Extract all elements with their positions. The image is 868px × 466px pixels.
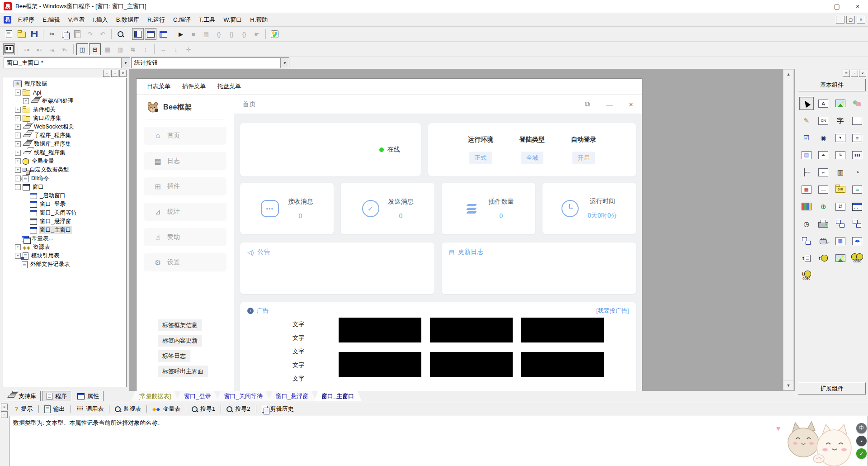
run-special-button[interactable] <box>269 28 280 40</box>
output-tab-监视表[interactable]: 监视表 <box>110 404 146 414</box>
find-button[interactable] <box>114 28 126 40</box>
tree-item-[interactable]: +自定义数据类型 <box>3 166 126 174</box>
left-tab-程序[interactable]: 程序 <box>42 391 71 401</box>
ad-banner-placeholder[interactable] <box>339 352 421 377</box>
menu-item-C[interactable]: C.编译 <box>169 13 195 26</box>
form-menu-日志菜单[interactable]: 日志菜单 <box>141 82 176 90</box>
tree-expander-icon[interactable]: + <box>23 98 29 104</box>
nav-item-首页[interactable]: ⌂首页 <box>144 127 226 145</box>
tree-item-Api[interactable]: −Api <box>3 88 126 97</box>
tree-item-Dll[interactable]: +Dll命令 <box>3 174 126 183</box>
timer-icon[interactable]: ◷ <box>799 217 814 230</box>
output-tab-剪辑历史[interactable]: 剪辑历史 <box>257 404 298 414</box>
window-selector[interactable]: 窗口_主窗口 * ▼ <box>4 57 130 68</box>
mdi-minimize-button[interactable]: _ <box>836 16 844 24</box>
tree-expander-icon[interactable]: + <box>15 115 21 121</box>
components-panel-control-0[interactable]: ≡ <box>843 70 850 77</box>
cut-button[interactable]: ✂ <box>46 28 58 40</box>
output-tab-输出[interactable]: 输出 <box>40 404 70 414</box>
drive-box-icon[interactable]: DIR <box>833 183 848 196</box>
ad-submit-link[interactable]: [我要投广告] <box>596 307 629 315</box>
server-socket-icon[interactable]: ↳ <box>850 217 864 230</box>
output-tab-提示[interactable]: ?提示 <box>10 404 38 414</box>
left-tab-支持库[interactable]: 支持库 <box>3 391 41 401</box>
components-panel-control-1[interactable]: ▫ <box>851 70 858 77</box>
menu-item-I[interactable]: I.插入 <box>89 13 112 26</box>
list-view-icon[interactable]: ▤ <box>799 148 814 162</box>
color-palette-icon[interactable] <box>799 200 814 213</box>
tree-expander-icon[interactable]: + <box>15 133 21 138</box>
tree-expander-icon[interactable]: − <box>15 90 21 95</box>
tree-item-WebSocket[interactable]: +WebSocket相关 <box>3 123 126 131</box>
pointer-tool-icon[interactable] <box>799 97 814 110</box>
tree-item-_[interactable]: 窗口_悬浮窗 <box>3 217 126 226</box>
tree-item-[interactable]: 外部文件记录表 <box>3 260 126 269</box>
network-link-icon[interactable]: ↳ <box>799 234 814 247</box>
designed-form[interactable]: 日志菜单插件菜单托盘菜单 Be <box>137 79 642 391</box>
menu-item-H[interactable]: H.帮助 <box>246 13 272 26</box>
nav-item-插件[interactable]: ⊞插件 <box>144 177 226 195</box>
tree-item-_[interactable]: 窗口_主窗口 <box>3 226 126 234</box>
minimize-icon[interactable]: — <box>606 100 613 108</box>
combo-box-icon[interactable]: ▼ <box>833 131 848 144</box>
tree-item-_[interactable]: 窗口_关闭等待 <box>3 209 126 217</box>
center-vertical-button[interactable]: ⊟ <box>89 43 101 55</box>
image-box-icon[interactable] <box>833 252 848 265</box>
form-menu-托盘菜单[interactable]: 托盘菜单 <box>212 82 247 90</box>
odbc-query-icon[interactable]: ODBC <box>850 252 864 265</box>
window-tab-[interactable]: [常量数据表] <box>131 391 179 401</box>
close-button[interactable]: × <box>847 0 868 13</box>
status-button[interactable]: ✓ <box>856 448 867 459</box>
output-tab-调用表[interactable]: ⠿⠿调用表 <box>72 404 108 414</box>
menu-item-W[interactable]: W.窗口 <box>219 13 246 26</box>
scroll-down-icon[interactable]: ▼ <box>783 380 793 390</box>
tree-expander-icon[interactable]: + <box>15 150 21 156</box>
slider-bar-icon[interactable]: ◂▸ <box>816 148 830 162</box>
panel-control-0[interactable]: ▫ <box>103 70 110 77</box>
toggle-left-panel-button[interactable] <box>132 28 144 40</box>
output-panel-control-1[interactable]: ▫ <box>1 411 8 418</box>
tree-item-[interactable]: +插件相关 <box>3 105 126 114</box>
output-tab-搜寻1[interactable]: 搜寻1 <box>187 404 220 414</box>
basic-components-header[interactable]: 基本组件 <box>798 79 866 91</box>
window-tab-_[interactable]: 窗口_主窗口 <box>314 391 362 401</box>
form-grid-button[interactable] <box>3 43 15 55</box>
designer-scrollbar[interactable]: ▲ ▼ <box>783 69 794 390</box>
copy-button[interactable] <box>59 28 71 40</box>
designer-label[interactable]: 标签框架信息 <box>158 319 202 331</box>
rich-edit-icon[interactable]: ≣ <box>850 183 864 196</box>
data-grid-icon[interactable]: ▦ <box>833 234 848 247</box>
center-horizontal-button[interactable]: ◫ <box>76 43 88 55</box>
card-box-icon[interactable]: — <box>816 183 830 196</box>
toggle-bottom-panel-button[interactable] <box>145 28 156 40</box>
tree-expander-icon[interactable]: + <box>15 141 21 147</box>
picture-box-icon[interactable] <box>833 97 848 110</box>
menu-item-E[interactable]: E.编辑 <box>38 13 64 26</box>
static-text-icon[interactable]: 字 <box>833 114 848 127</box>
menu-item-F[interactable]: F.程序 <box>14 13 38 26</box>
window-shell-icon[interactable] <box>850 200 864 213</box>
left-tab-属性[interactable]: 属性 <box>73 391 104 401</box>
ruler-component-icon[interactable]: ┠┄ <box>799 166 814 179</box>
panel-control-1[interactable]: ▫ <box>111 70 118 77</box>
scroll-up-icon[interactable]: ▲ <box>783 70 793 79</box>
menu-item-R[interactable]: R.运行 <box>143 13 169 26</box>
tree-expander-icon[interactable]: + <box>15 244 21 250</box>
mdi-maximize-button[interactable]: ▢ <box>846 16 855 24</box>
tree-item-[interactable]: +模块引用表 <box>3 252 126 260</box>
animation-box-icon[interactable]: ▥ <box>833 166 848 179</box>
nav-item-赞助[interactable]: ☝赞助 <box>144 228 226 246</box>
form-menu-插件菜单[interactable]: 插件菜单 <box>176 82 212 90</box>
updown-spinner-icon[interactable]: ⇅ <box>833 148 848 162</box>
client-socket-icon[interactable]: ↶ <box>833 217 848 230</box>
output-panel-control-0[interactable]: × <box>1 404 8 410</box>
tree-item-[interactable]: +◈◈资源表 <box>3 243 126 252</box>
ime-button[interactable]: 中 <box>856 423 867 433</box>
output-tab-搜寻2[interactable]: 搜寻2 <box>222 404 255 414</box>
tree-item-_[interactable]: 窗口_登录 <box>3 200 126 209</box>
close-icon[interactable]: × <box>629 100 633 108</box>
tree-expander-icon[interactable]: + <box>15 167 21 173</box>
window-tab-_[interactable]: 窗口_悬浮窗 <box>268 391 316 401</box>
menu-item-V[interactable]: V.查看 <box>64 13 89 26</box>
tree-item-[interactable]: +窗口程序集 <box>3 114 126 123</box>
